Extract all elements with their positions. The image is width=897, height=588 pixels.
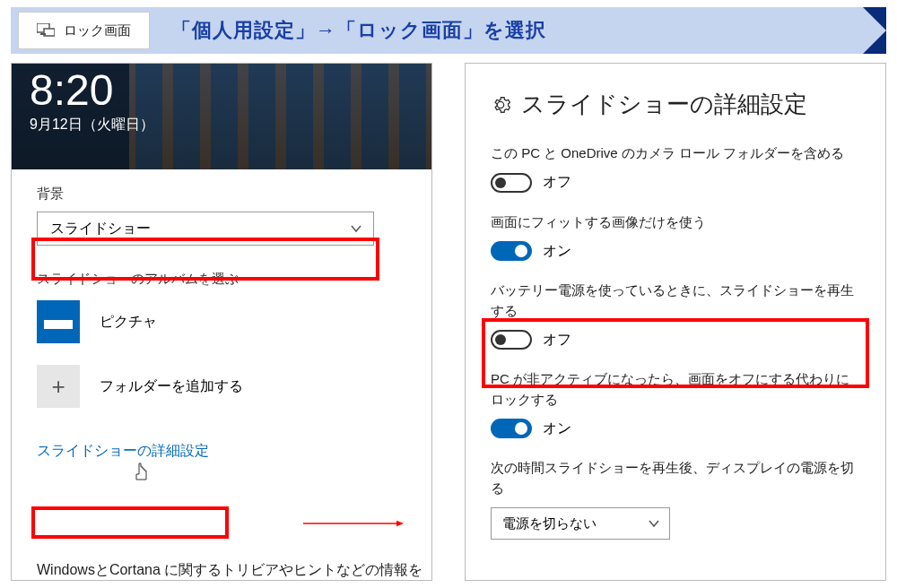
advanced-slideshow-link[interactable]: スライドショーの詳細設定 — [37, 442, 209, 461]
lock-screen-preview: 8:20 9月12日（火曜日） — [12, 64, 431, 169]
instruction-banner: ロック画面 「個人用設定」→「ロック画面」を選択 — [11, 7, 886, 54]
toggle-fit-images[interactable] — [491, 241, 532, 261]
setting-duration: 次の時間スライドショーを再生後、ディスプレイの電源を切る 電源を切らない — [491, 458, 860, 540]
album-pictures-label: ピクチャ — [100, 313, 157, 332]
setting-fit-images-label: 画面にフィットする画像だけを使う — [491, 212, 860, 233]
advanced-title: スライドショーの詳細設定 — [521, 89, 807, 120]
background-dropdown[interactable]: スライドショー — [37, 212, 374, 246]
toggle-camera-roll[interactable] — [491, 173, 532, 193]
background-label: 背景 — [37, 186, 406, 203]
duration-dropdown[interactable]: 電源を切らない — [491, 507, 670, 540]
svg-rect-2 — [40, 33, 46, 35]
lock-screen-settings-panel: 8:20 9月12日（火曜日） 背景 スライドショー スライドショーのアルバムを… — [11, 63, 432, 581]
pointer-cursor-icon — [134, 462, 152, 483]
setting-duration-label: 次の時間スライドショーを再生後、ディスプレイの電源を切る — [491, 458, 860, 498]
album-pictures-row[interactable]: ピクチャ — [37, 300, 406, 343]
toggle-battery[interactable] — [491, 330, 532, 350]
toggle-battery-state: オフ — [543, 331, 571, 350]
setting-battery: バッテリー電源を使っているときに、スライドショーを再生する オフ — [491, 281, 860, 350]
setting-inactive: PC が非アクティブになったら、画面をオフにする代わりにロックする オン — [491, 369, 860, 438]
toggle-camera-roll-state: オフ — [543, 173, 571, 192]
album-label: スライドショーのアルバムを選ぶ — [37, 271, 406, 288]
toggle-inactive-state: オン — [543, 419, 571, 438]
add-folder-label: フォルダーを追加する — [100, 377, 243, 396]
advanced-header: スライドショーの詳細設定 — [491, 89, 860, 120]
chevron-down-icon — [648, 517, 660, 530]
setting-battery-label: バッテリー電源を使っているときに、スライドショーを再生する — [491, 281, 860, 321]
duration-value: 電源を切らない — [502, 515, 597, 532]
setting-camera-roll: この PC と OneDrive のカメラ ロール フォルダーを含める オフ — [491, 143, 860, 193]
footer-text: WindowsとCortana に関するトリビアやヒントなどの情報を — [37, 561, 422, 580]
advanced-slideshow-panel: スライドショーの詳細設定 この PC と OneDrive のカメラ ロール フ… — [465, 63, 886, 581]
banner-chip: ロック画面 — [18, 12, 150, 49]
highlight-advanced-link — [31, 506, 229, 539]
setting-fit-images: 画面にフィットする画像だけを使う オン — [491, 212, 860, 262]
banner-title: 「個人用設定」→「ロック画面」を選択 — [171, 17, 546, 44]
pictures-folder-icon — [37, 300, 80, 343]
add-folder-row[interactable]: + フォルダーを追加する — [37, 365, 406, 408]
toggle-fit-images-state: オン — [543, 242, 571, 261]
background-dropdown-value: スライドショー — [50, 220, 151, 238]
setting-camera-roll-label: この PC と OneDrive のカメラ ロール フォルダーを含める — [491, 143, 860, 164]
setting-inactive-label: PC が非アクティブになったら、画面をオフにする代わりにロックする — [491, 369, 860, 410]
chevron-down-icon — [350, 222, 362, 235]
plus-icon: + — [37, 365, 80, 408]
toggle-inactive[interactable] — [491, 419, 532, 438]
banner-chip-label: ロック画面 — [64, 22, 131, 39]
lock-time: 8:20 — [30, 64, 414, 112]
lock-date: 9月12日（火曜日） — [30, 116, 414, 134]
gear-icon — [491, 95, 510, 115]
monitor-icon — [37, 23, 55, 38]
